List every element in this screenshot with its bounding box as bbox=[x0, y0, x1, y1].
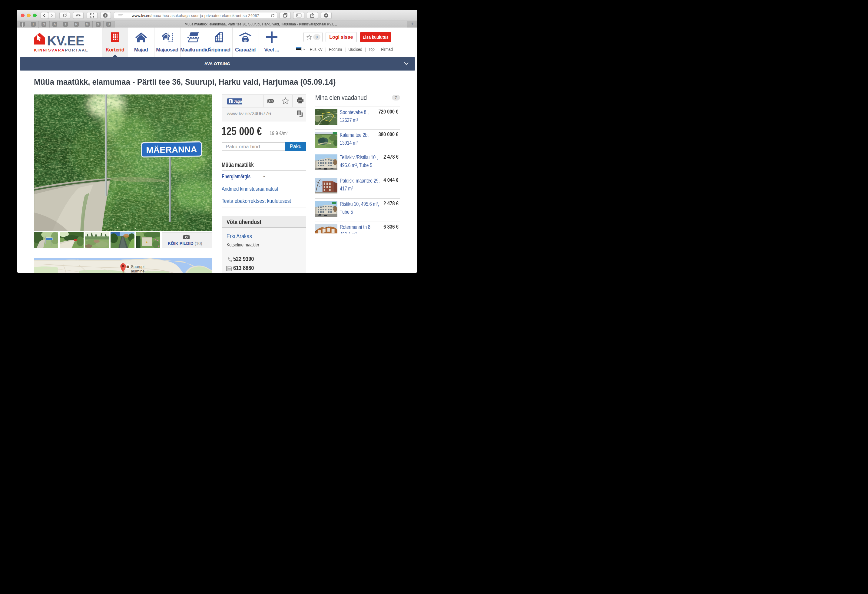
svg-text:alumine: alumine bbox=[131, 268, 145, 273]
svg-text:Suurupi: Suurupi bbox=[131, 264, 145, 269]
svg-text:MÄERANNA: MÄERANNA bbox=[146, 144, 197, 155]
